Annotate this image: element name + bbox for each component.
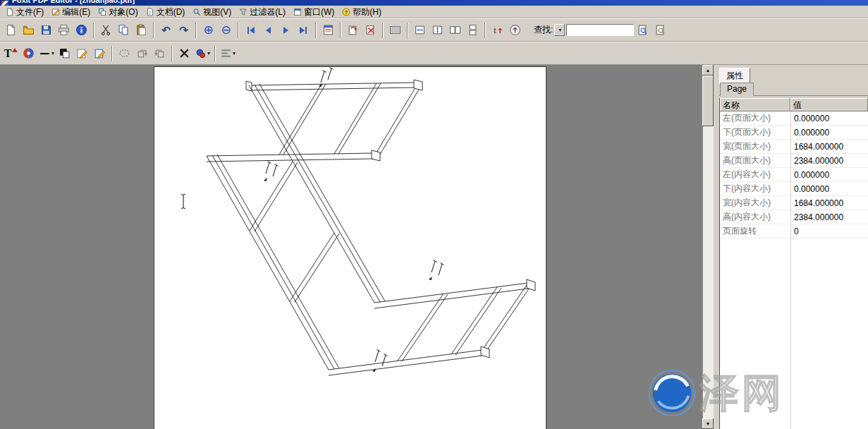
table-row[interactable]: 高(页面大小) 2384.000000 [720,154,868,168]
last-page-button[interactable] [295,21,312,39]
table-row[interactable]: 下(页面大小) 0.000000 [720,126,868,140]
new-document-button[interactable] [2,21,20,39]
toolbar-separator [315,23,317,38]
table-row[interactable]: 宽(内容大小) 1684.000000 [720,196,868,210]
insert-page-button[interactable] [319,21,337,39]
property-value[interactable]: 0 [790,226,868,236]
menubar: 文件(F) 编辑(E) 对象(O) 文档(D) 视图(V) 过滤器(L) 窗口(… [0,6,868,18]
property-name: 左(页面大小) [720,112,790,124]
copy-button[interactable] [115,21,133,39]
value-column-header[interactable]: 值 [790,98,868,111]
color-picker-dropdown[interactable]: ▾ [193,44,212,62]
property-value[interactable]: 0.000000 [790,184,868,194]
toolbar-separator [171,46,173,61]
fill-color-swatch[interactable] [56,44,73,62]
rotate-object-left-button[interactable] [133,44,151,62]
menu-object[interactable]: 对象(O) [95,6,142,18]
menu-view[interactable]: 视图(V) [190,6,236,18]
continuous-pages-button[interactable] [464,21,482,39]
property-value[interactable]: 1684.000000 [790,142,868,152]
scroll-down-button[interactable]: ▼ [702,418,714,429]
rotate-object-right-button[interactable] [151,44,169,62]
help-menu-icon: ? [342,8,350,16]
property-value[interactable]: 0.000000 [790,128,868,138]
edit-content-button[interactable] [73,44,91,62]
menu-file[interactable]: 文件(F) [3,6,49,18]
menu-label: 文件(F) [16,6,44,18]
table-row[interactable]: 页面旋转 0 [720,224,868,238]
table-row[interactable]: 高(内容大小) 2384.000000 [720,210,868,224]
menu-label: 帮助(H) [353,6,381,18]
print-button[interactable] [55,21,73,39]
next-page-button[interactable] [277,21,295,39]
previous-page-button[interactable] [259,21,277,39]
undo-button[interactable]: ↶ [157,21,175,39]
edit-form-button[interactable] [91,44,109,62]
cut-button[interactable] [97,21,115,39]
lasso-select-button[interactable] [116,44,133,62]
facing-pages-button[interactable] [446,21,464,39]
property-name: 下(页面大小) [720,126,790,138]
menu-label: 编辑(E) [62,6,90,18]
page-tab[interactable]: Page [720,83,754,96]
color-wheel-button[interactable] [20,44,37,62]
scrollbar-track[interactable] [702,126,714,418]
property-value[interactable]: 2384.000000 [790,212,868,222]
table-row[interactable]: 宽(页面大小) 1684.000000 [720,140,868,154]
document-canvas[interactable] [0,65,702,429]
document-page[interactable] [154,66,546,429]
save-button[interactable] [37,21,55,39]
menu-window[interactable]: 窗口(W) [291,6,339,18]
search-document-button[interactable] [634,21,652,39]
rotate-page-button[interactable] [344,21,362,39]
find-input[interactable] [566,24,634,36]
search-next-button[interactable] [652,21,669,39]
property-name: 宽(页面大小) [720,140,790,152]
zoom-in-button[interactable]: ⊕ [200,21,217,39]
scrollbar-thumb[interactable] [702,75,714,126]
table-row[interactable]: 下(内容大小) 0.000000 [720,182,868,196]
document-info-button[interactable] [73,21,90,39]
menu-filter[interactable]: 过滤器(L) [236,6,291,18]
property-value[interactable]: 0.000000 [790,114,868,123]
vertical-scrollbar[interactable]: ▲ ▼ [702,65,714,429]
dropdown-arrow-icon: ▾ [558,27,561,33]
app-window: { "window": { "title": "Foxit PDF Editor… [0,0,868,429]
delete-page-button[interactable] [362,21,379,39]
toolbar-separator [214,46,216,61]
name-column-header[interactable]: 名称 [720,98,790,111]
toolbar-separator [111,46,113,61]
tools-button[interactable] [176,44,193,62]
paste-button[interactable] [133,21,150,39]
table-row[interactable]: 左(内容大小) 0.000000 [720,168,868,182]
fit-height-button[interactable] [429,21,446,39]
table-grid-button[interactable] [386,21,404,39]
titlebar: Foxit PDF Editor - [zhuanjiao.pdf] [0,0,868,6]
scroll-up-button[interactable]: ▲ [702,65,714,75]
redo-button[interactable]: ↷ [175,21,192,39]
menu-edit[interactable]: 编辑(E) [49,6,95,18]
up-arrow-circle-button[interactable] [506,21,524,39]
table-row[interactable]: 左(页面大小) 0.000000 [720,111,868,126]
property-value[interactable]: 0.000000 [790,170,868,180]
text-extract-button[interactable]: t [489,21,506,39]
fit-width-button[interactable] [411,21,429,39]
first-page-button[interactable] [242,21,259,39]
zoom-out-button[interactable]: ⊖ [217,21,235,39]
text-tool-button[interactable]: T [2,44,20,62]
line-tool-button[interactable]: ▾ [37,44,56,62]
property-name: 高(页面大小) [720,155,790,167]
bolt-tips [264,83,432,372]
menu-label: 对象(O) [109,6,137,18]
text-tool-icon: T [4,48,12,59]
open-button[interactable] [20,21,37,39]
property-value[interactable]: 1684.000000 [790,198,868,208]
property-value[interactable]: 2384.000000 [790,156,868,166]
window-title: Foxit PDF Editor - [zhuanjiao.pdf] [12,0,135,4]
object-menu-icon [98,8,106,16]
red-caret-icon [12,48,18,52]
menu-help[interactable]: ? 帮助(H) [339,6,386,18]
menu-document[interactable]: 文档(D) [143,6,190,18]
find-dropdown-button[interactable]: ▾ [554,24,565,36]
align-dropdown[interactable]: ▾ [219,44,237,62]
